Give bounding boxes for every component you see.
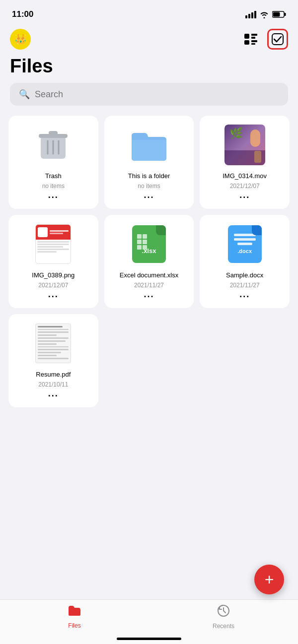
add-file-button[interactable]: +	[254, 565, 284, 594]
file-name: Sample.docx	[226, 271, 263, 280]
home-indicator	[117, 638, 181, 640]
tab-recents-icon	[217, 604, 230, 621]
file-icon-docx: .docx	[205, 222, 285, 266]
file-meta: no items	[138, 183, 160, 190]
file-card-xlsx[interactable]: .xlsx Excel document.xlsx 2021/11/27 ···	[104, 215, 194, 308]
file-card-png[interactable]: IMG_0389.png 2021/12/07 ···	[8, 215, 98, 308]
pdf-thumbnail	[35, 323, 71, 363]
tab-recents-label: Recents	[213, 623, 234, 630]
file-icon-trash	[13, 123, 93, 167]
file-more-button[interactable]: ···	[48, 292, 59, 302]
file-more-button[interactable]: ···	[144, 292, 154, 302]
checkbox-icon	[271, 33, 284, 46]
svg-rect-5	[251, 37, 255, 39]
svg-rect-3	[244, 34, 249, 39]
svg-rect-12	[49, 131, 58, 135]
header-actions	[240, 29, 288, 50]
png-thumbnail	[35, 224, 71, 264]
file-more-button[interactable]: ···	[239, 292, 250, 302]
app-header: 👑	[0, 25, 298, 52]
list-view-icon	[244, 34, 257, 45]
trash-icon	[39, 129, 68, 161]
search-input[interactable]	[35, 89, 279, 100]
svg-rect-4	[251, 34, 257, 36]
svg-rect-8	[251, 43, 255, 45]
file-more-button[interactable]: ···	[144, 193, 154, 203]
file-more-button[interactable]: ···	[239, 193, 250, 203]
select-button[interactable]	[267, 29, 288, 50]
file-more-button[interactable]: ···	[48, 193, 59, 203]
file-name: IMG_0389.png	[32, 271, 74, 280]
signal-icon	[245, 11, 256, 18]
status-icons	[245, 11, 286, 18]
files-grid: Trash no items ··· This is a folder no i…	[0, 116, 298, 407]
avatar[interactable]: 👑	[10, 29, 31, 50]
tab-recents[interactable]: Recents	[149, 600, 298, 634]
file-card-folder[interactable]: This is a folder no items ···	[104, 116, 194, 209]
file-card-pdf[interactable]: Resume.pdf 2021/10/11 ···	[8, 314, 98, 407]
search-bar[interactable]: 🔍	[10, 83, 288, 106]
file-more-button[interactable]: ···	[48, 391, 59, 401]
status-bar: 11:00	[0, 0, 298, 25]
file-icon-xlsx: .xlsx	[109, 222, 189, 266]
tab-files-label: Files	[68, 622, 80, 629]
svg-rect-7	[251, 40, 257, 42]
svg-rect-6	[244, 40, 249, 45]
file-icon-png	[13, 222, 93, 266]
svg-rect-2	[273, 12, 280, 17]
file-icon-pdf	[13, 321, 93, 366]
docx-icon: .docx	[228, 225, 262, 263]
file-card-docx[interactable]: .docx Sample.docx 2021/11/27 ···	[200, 215, 290, 308]
file-icon-folder	[109, 123, 189, 167]
tab-files-icon	[68, 605, 81, 620]
file-name: IMG_0314.mov	[223, 172, 267, 181]
file-meta: 2021/11/27	[134, 282, 164, 289]
file-name: Excel document.xlsx	[120, 271, 179, 280]
folder-icon	[130, 129, 168, 161]
file-meta: 2021/12/07	[38, 282, 68, 289]
page-title: Files	[0, 52, 298, 83]
file-card-trash[interactable]: Trash no items ···	[8, 116, 98, 209]
file-meta: 2021/11/27	[230, 282, 260, 289]
file-icon-mov: 🌿	[205, 123, 285, 167]
list-view-button[interactable]	[240, 29, 261, 50]
tab-files[interactable]: Files	[0, 600, 149, 634]
file-meta: 2021/12/07	[230, 183, 260, 190]
svg-rect-1	[285, 13, 286, 16]
file-name: Trash	[45, 172, 62, 181]
xlsx-icon: .xlsx	[132, 225, 166, 263]
file-meta: no items	[42, 183, 65, 190]
search-icon: 🔍	[19, 89, 30, 100]
file-card-mov[interactable]: 🌿 IMG_0314.mov 2021/12/07 ···	[200, 116, 290, 209]
file-name: This is a folder	[128, 172, 170, 181]
file-name: Resume.pdf	[36, 371, 71, 379]
wifi-icon	[259, 11, 269, 18]
status-time: 11:00	[12, 9, 33, 19]
file-meta: 2021/10/11	[38, 381, 68, 388]
battery-icon	[272, 11, 286, 18]
